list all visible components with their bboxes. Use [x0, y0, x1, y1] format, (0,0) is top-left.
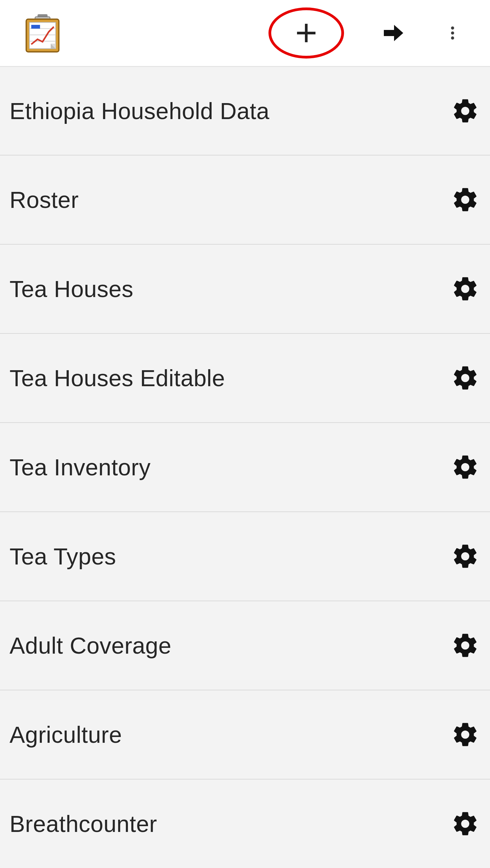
list-item[interactable]: Tea Houses: [0, 245, 490, 334]
gear-icon[interactable]: [451, 274, 480, 304]
app-bar: [0, 0, 490, 66]
gear-icon[interactable]: [451, 809, 480, 839]
list-item-label: Breathcounter: [10, 810, 157, 837]
svg-point-13: [451, 27, 454, 30]
list-item-label: Adult Coverage: [10, 632, 172, 659]
gear-icon[interactable]: [451, 185, 480, 215]
appbar-actions: [282, 9, 463, 57]
list-item[interactable]: Breathcounter: [0, 780, 490, 868]
gear-icon[interactable]: [451, 630, 480, 660]
svg-rect-7: [31, 25, 40, 29]
list-item[interactable]: Tea Houses Editable: [0, 334, 490, 423]
overflow-menu-button[interactable]: [442, 9, 463, 57]
table-list: Ethiopia Household Data Roster Tea House…: [0, 66, 490, 868]
forward-button[interactable]: [378, 9, 408, 57]
list-item-label: Tea Houses Editable: [10, 365, 225, 391]
svg-marker-12: [384, 25, 403, 41]
gear-icon[interactable]: [451, 452, 480, 482]
gear-icon[interactable]: [451, 541, 480, 571]
svg-point-14: [451, 31, 454, 34]
list-item[interactable]: Tea Inventory: [0, 423, 490, 512]
list-item-label: Tea Inventory: [10, 454, 151, 480]
list-item-label: Tea Types: [10, 543, 116, 570]
add-button[interactable]: [282, 9, 330, 57]
list-item[interactable]: Ethiopia Household Data: [0, 66, 490, 155]
list-item[interactable]: Roster: [0, 155, 490, 245]
list-item[interactable]: Tea Types: [0, 512, 490, 601]
list-item-label: Ethiopia Household Data: [10, 98, 270, 124]
gear-icon[interactable]: [451, 96, 480, 126]
list-item-label: Tea Houses: [10, 276, 133, 302]
list-item[interactable]: Adult Coverage: [0, 601, 490, 690]
list-item-label: Agriculture: [10, 721, 122, 748]
app-icon-clipboard: [22, 13, 63, 53]
list-item-label: Roster: [10, 186, 79, 213]
gear-icon[interactable]: [451, 363, 480, 393]
svg-point-15: [451, 36, 454, 39]
list-item[interactable]: Agriculture: [0, 690, 490, 780]
gear-icon[interactable]: [451, 720, 480, 750]
